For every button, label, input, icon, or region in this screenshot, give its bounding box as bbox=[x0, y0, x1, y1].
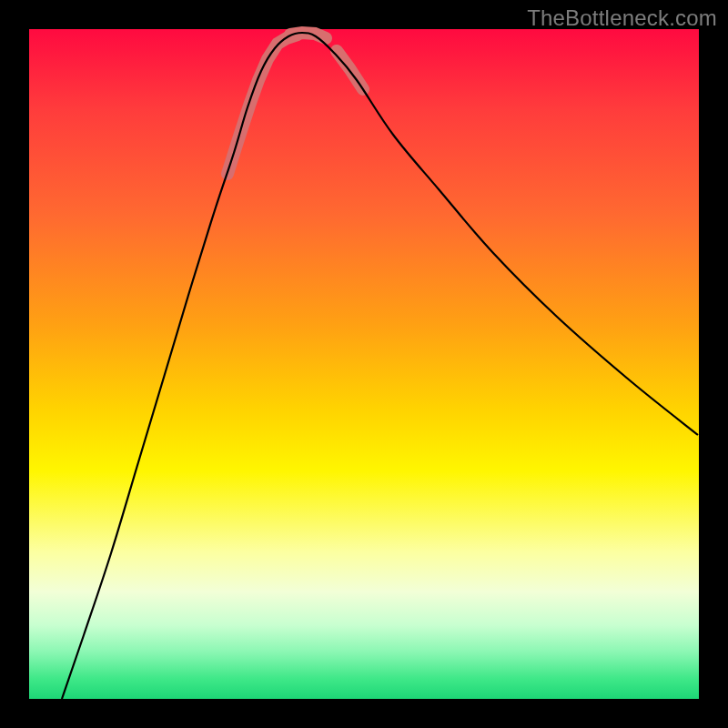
overlay-group bbox=[228, 33, 363, 174]
chart-svg bbox=[29, 29, 699, 699]
bottleneck-curve bbox=[62, 33, 698, 699]
chart-area bbox=[29, 29, 699, 699]
overlay-left-segment bbox=[228, 35, 298, 174]
watermark-text: TheBottleneck.com bbox=[527, 5, 717, 31]
